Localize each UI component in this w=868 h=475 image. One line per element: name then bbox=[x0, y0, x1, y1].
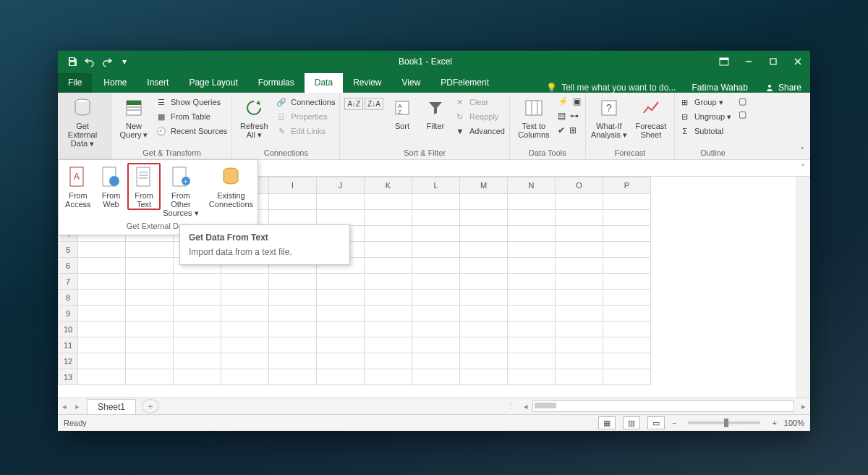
from-web-button[interactable]: From Web bbox=[95, 163, 128, 210]
group-label: Sort & Filter bbox=[344, 147, 505, 159]
row-header[interactable]: 5 bbox=[59, 242, 78, 258]
expand-formula-icon[interactable]: ˅ bbox=[796, 163, 810, 173]
row-header[interactable]: 13 bbox=[59, 369, 78, 385]
undo-icon[interactable] bbox=[84, 56, 95, 67]
tab-home[interactable]: Home bbox=[93, 73, 137, 93]
row-header[interactable]: 8 bbox=[59, 290, 78, 306]
access-icon: A bbox=[67, 164, 90, 189]
from-table-button[interactable]: ▦From Table bbox=[156, 111, 227, 122]
show-queries-button[interactable]: ☰Show Queries bbox=[156, 96, 227, 108]
col-header[interactable]: K bbox=[365, 177, 412, 194]
sort-desc-icon[interactable]: Z↓A bbox=[365, 98, 383, 110]
edit-links-button: ✎Edit Links bbox=[276, 125, 335, 137]
new-query-icon bbox=[122, 96, 145, 119]
zoom-out-icon[interactable]: − bbox=[672, 419, 676, 427]
sort-asc-icon[interactable]: A↓Z bbox=[344, 98, 363, 110]
tab-data[interactable]: Data bbox=[305, 73, 343, 93]
hide-detail-icon[interactable]: ▢ bbox=[739, 109, 746, 119]
tab-page-layout[interactable]: Page Layout bbox=[179, 73, 247, 93]
row-header[interactable]: 12 bbox=[59, 353, 78, 369]
view-page-layout-icon[interactable]: ▥ bbox=[623, 416, 640, 429]
sheet-tab-active[interactable]: Sheet1 bbox=[87, 399, 136, 414]
tab-formulas[interactable]: Formulas bbox=[248, 73, 305, 93]
sort-label: Sort bbox=[395, 122, 409, 130]
maximize-button[interactable] bbox=[761, 51, 786, 72]
tell-me[interactable]: 💡 Tell me what you want to do... bbox=[539, 83, 683, 93]
tab-pdfelement[interactable]: PDFelement bbox=[430, 73, 499, 93]
share-button[interactable]: Share bbox=[757, 83, 810, 93]
view-normal-icon[interactable]: ▦ bbox=[598, 416, 616, 429]
zoom-slider[interactable] bbox=[688, 421, 760, 424]
tell-me-text: Tell me what you want to do... bbox=[561, 83, 676, 93]
what-if-label: What-If Analysis ▾ bbox=[591, 122, 627, 139]
col-header[interactable]: O bbox=[556, 177, 603, 194]
col-header[interactable]: J bbox=[317, 177, 365, 194]
zoom-level[interactable]: 100% bbox=[784, 419, 804, 427]
sheet-nav-next-icon[interactable]: ▸ bbox=[71, 402, 84, 411]
col-header[interactable]: P bbox=[603, 177, 651, 194]
from-other-sources-button[interactable]: + From Other Sources ▾ bbox=[161, 163, 201, 219]
hscroll-right-icon[interactable]: ▸ bbox=[797, 402, 810, 411]
ribbon-display-icon[interactable] bbox=[712, 51, 736, 72]
user-name[interactable]: Fatima Wahab bbox=[683, 83, 757, 93]
minimize-button[interactable] bbox=[736, 51, 761, 72]
row-header[interactable]: 9 bbox=[59, 306, 78, 321]
col-header[interactable]: M bbox=[460, 177, 508, 194]
col-header[interactable]: L bbox=[412, 177, 460, 194]
group-label: Data Tools bbox=[514, 147, 581, 159]
qat-dropdown-icon[interactable]: ▾ bbox=[119, 56, 130, 67]
row-header[interactable]: 10 bbox=[59, 321, 78, 337]
subtotal-button[interactable]: ΣSubtotal bbox=[679, 125, 731, 137]
group-data-tools: Text to Columns ⚡ ▣ ▤ ⊶ ✔ ⊞ bbox=[510, 93, 586, 159]
forecast-sheet-button[interactable]: Forecast Sheet bbox=[632, 95, 670, 139]
relationships-icon[interactable]: ⊶ bbox=[570, 111, 579, 121]
connections-button[interactable]: 🔗Connections bbox=[276, 96, 335, 108]
get-external-data-button[interactable]: Get External Data ▾ bbox=[62, 95, 103, 148]
refresh-all-button[interactable]: Refresh All ▾ bbox=[237, 95, 271, 139]
tab-insert[interactable]: Insert bbox=[137, 73, 179, 93]
col-header[interactable]: I bbox=[269, 177, 317, 194]
redo-icon[interactable] bbox=[101, 56, 113, 67]
hscroll-left-icon[interactable]: ◂ bbox=[519, 402, 532, 411]
show-detail-icon[interactable]: ▢ bbox=[739, 96, 746, 106]
sort-button[interactable]: AZ Sort bbox=[388, 95, 417, 130]
ungroup-button[interactable]: ⊟Ungroup ▾ bbox=[679, 111, 731, 122]
from-access-button[interactable]: A From Access bbox=[61, 163, 95, 210]
remove-dup-icon[interactable]: ▤ bbox=[558, 111, 566, 121]
close-button[interactable] bbox=[786, 51, 810, 72]
tab-review[interactable]: Review bbox=[343, 73, 391, 93]
filter-button[interactable]: Filter bbox=[421, 95, 450, 130]
advanced-button[interactable]: ▼Advanced bbox=[454, 125, 505, 137]
group-button[interactable]: ⊞Group ▾ bbox=[679, 96, 731, 108]
horizontal-scrollbar[interactable] bbox=[532, 400, 794, 412]
new-query-button[interactable]: New Query ▾ bbox=[116, 95, 151, 139]
save-icon[interactable] bbox=[67, 56, 78, 67]
svg-rect-1 bbox=[70, 62, 75, 65]
filter-label: Filter bbox=[427, 122, 444, 130]
svg-rect-11 bbox=[127, 109, 141, 111]
sheet-nav-prev-icon[interactable]: ◂ bbox=[58, 402, 71, 411]
recent-sources-button[interactable]: 🕘Recent Sources bbox=[156, 125, 227, 137]
data-validation-icon[interactable]: ✔ bbox=[558, 125, 565, 135]
text-to-columns-button[interactable]: Text to Columns bbox=[514, 95, 553, 139]
tab-file[interactable]: File bbox=[58, 73, 92, 93]
from-text-button[interactable]: From Text bbox=[127, 163, 161, 210]
tab-view[interactable]: View bbox=[392, 73, 431, 93]
col-header[interactable]: N bbox=[508, 177, 556, 194]
zoom-in-icon[interactable]: + bbox=[772, 419, 776, 427]
row-header[interactable]: 7 bbox=[59, 274, 78, 290]
group-label: Get & Transform bbox=[116, 147, 227, 159]
table-row: 11 bbox=[59, 337, 651, 353]
view-page-break-icon[interactable]: ▭ bbox=[647, 416, 665, 429]
row-header[interactable]: 11 bbox=[59, 337, 78, 353]
split-handle-icon[interactable]: ⋮ bbox=[507, 402, 519, 411]
consolidate-icon[interactable]: ▣ bbox=[573, 96, 581, 106]
what-if-button[interactable]: ? What-If Analysis ▾ bbox=[590, 95, 628, 139]
row-header[interactable]: 6 bbox=[59, 258, 78, 274]
flash-fill-icon[interactable]: ⚡ bbox=[558, 96, 569, 106]
manage-data-model-icon[interactable]: ⊞ bbox=[569, 125, 576, 135]
collapse-ribbon-icon[interactable]: ˄ bbox=[800, 146, 804, 156]
existing-connections-button[interactable]: Existing Connections bbox=[208, 163, 255, 210]
vertical-scrollbar[interactable] bbox=[796, 177, 810, 398]
add-sheet-button[interactable]: ＋ bbox=[142, 399, 159, 413]
